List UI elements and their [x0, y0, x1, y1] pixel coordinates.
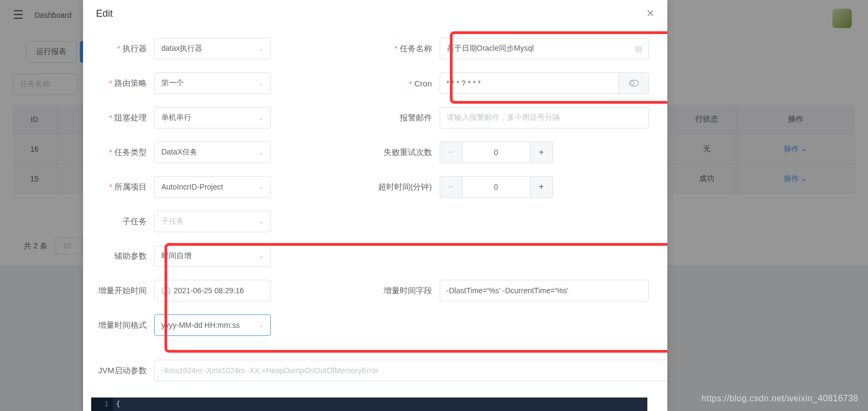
chevron-down-icon: ⌄ — [258, 252, 264, 260]
label-taskname: 任务名称 — [400, 44, 432, 53]
chevron-down-icon: ⌄ — [258, 218, 264, 225]
label-incrstart: 增量开始时间 — [98, 286, 147, 295]
cron-input-group: * * * ? * * * — [440, 72, 650, 94]
cron-builder-button[interactable] — [618, 73, 648, 93]
label-timeout: 超时时间(分钟) — [378, 182, 432, 191]
svg-point-1 — [630, 82, 634, 85]
increment-button[interactable]: + — [530, 142, 553, 163]
retry-value[interactable]: 0 — [462, 142, 530, 163]
chevron-down-icon: ⌄ — [258, 45, 264, 52]
chevron-down-icon: ⌄ — [258, 183, 264, 191]
incrfmt-select[interactable]: yyyy-MM-dd HH:mm:ss⌄ — [154, 314, 271, 336]
label-incrfield: 增量时间字段 — [384, 286, 432, 295]
block-select[interactable]: 单机串行⌄ — [154, 107, 271, 129]
incrfield-input[interactable]: -DlastTime='%s' -DcurrentTime='%s' — [440, 280, 650, 301]
label-assist: 辅助参数 — [114, 251, 147, 260]
contacts-icon: ▤ — [635, 44, 642, 53]
label-block: 阻塞处理 — [114, 113, 147, 122]
alarm-input[interactable]: 请输入报警邮件，多个用逗号分隔 — [440, 107, 650, 129]
increment-button[interactable]: + — [530, 176, 553, 198]
tasktype-select[interactable]: DataX任务⌄ — [154, 142, 271, 163]
label-incrfmt: 增量时间格式 — [98, 320, 147, 329]
subtask-select[interactable]: 子任务⌄ — [154, 211, 271, 232]
incrstart-datetime[interactable]: 🕒2021-06-25 08:29:16 — [154, 280, 271, 301]
label-subtask: 子任务 — [122, 217, 147, 226]
decrement-button[interactable]: − — [440, 142, 462, 163]
chevron-down-icon: ⌄ — [258, 79, 264, 87]
code-content[interactable]: { — [91, 397, 647, 408]
decrement-button[interactable]: − — [440, 176, 462, 198]
project-select[interactable]: AutoIncrID-Project⌄ — [154, 176, 271, 198]
assist-select[interactable]: 时间自增⌄ — [154, 245, 271, 267]
label-alarm: 报警邮件 — [400, 113, 432, 122]
taskname-input[interactable]: 基于日期Oracle同步Mysql ▤ — [440, 38, 650, 59]
retry-stepper[interactable]: − 0 + — [440, 142, 553, 163]
edit-modal: Edit ✕ *执行器 datax执行器⌄ *任务名称 基于日期Oracle同步… — [83, 0, 667, 411]
chevron-down-icon: ⌄ — [258, 149, 264, 156]
close-icon[interactable]: ✕ — [646, 8, 654, 19]
timeout-stepper[interactable]: − 0 + — [440, 176, 553, 198]
label-route: 路由策略 — [114, 78, 147, 87]
route-select[interactable]: 第一个⌄ — [154, 72, 271, 94]
executor-select[interactable]: datax执行器⌄ — [154, 38, 271, 59]
cron-input[interactable]: * * * ? * * * — [440, 73, 619, 93]
label-tasktype: 任务类型 — [114, 147, 147, 157]
modal-title: Edit — [96, 8, 113, 19]
label-jvm: JVM启动参数 — [98, 366, 147, 375]
watermark: https://blog.csdn.net/weixin_40816738 — [701, 394, 858, 403]
label-retry: 失败重试次数 — [384, 147, 432, 157]
clock-icon: 🕒 — [161, 286, 170, 295]
timeout-value[interactable]: 0 — [462, 176, 530, 198]
label-cron: Cron — [414, 79, 432, 88]
code-gutter: 1 — [91, 397, 113, 411]
label-project: 所属项目 — [114, 182, 147, 191]
chevron-down-icon: ⌄ — [258, 321, 264, 329]
label-executor: 执行器 — [122, 44, 147, 53]
chevron-down-icon: ⌄ — [258, 114, 264, 122]
jvm-input[interactable]: -Xms1024m -Xmx1024m -XX:+HeapDumpOnOutOf… — [154, 360, 667, 381]
code-editor[interactable]: 1 { — [91, 397, 647, 411]
